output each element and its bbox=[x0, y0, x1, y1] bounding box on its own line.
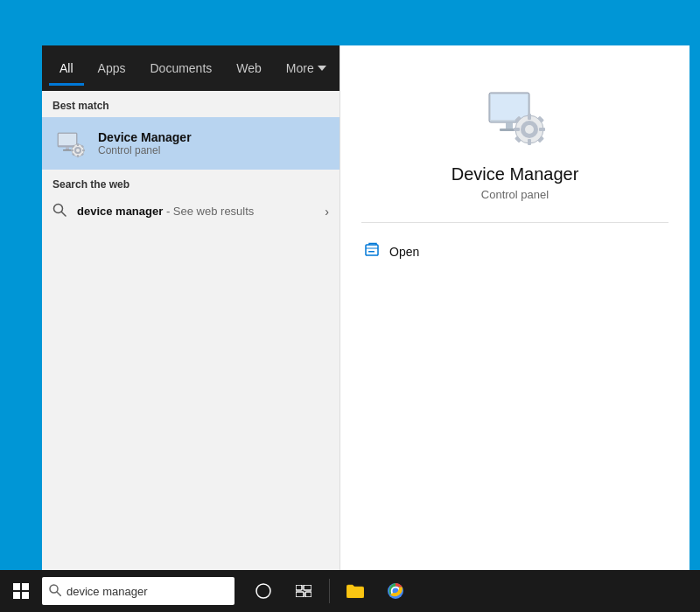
svg-rect-27 bbox=[514, 128, 520, 131]
detail-divider bbox=[361, 222, 668, 223]
svg-rect-33 bbox=[366, 245, 378, 255]
detail-subtitle: Control panel bbox=[361, 188, 668, 201]
result-subtitle: Control panel bbox=[98, 144, 192, 156]
best-match-label: Best match bbox=[42, 91, 340, 117]
device-manager-result[interactable]: Device Manager Control panel bbox=[42, 117, 340, 170]
web-search-result[interactable]: device manager - See web results › bbox=[42, 196, 340, 226]
svg-rect-28 bbox=[539, 128, 545, 131]
web-result-text: device manager - See web results bbox=[77, 205, 314, 218]
taskbar bbox=[0, 570, 700, 612]
device-manager-large-icon bbox=[480, 80, 550, 150]
detail-icon-area bbox=[361, 80, 668, 150]
svg-rect-19 bbox=[491, 94, 528, 120]
svg-line-36 bbox=[57, 592, 61, 596]
chrome-button[interactable] bbox=[377, 570, 414, 612]
svg-rect-3 bbox=[66, 147, 69, 150]
file-explorer-button[interactable] bbox=[337, 570, 374, 612]
web-result-arrow: › bbox=[325, 205, 329, 219]
svg-rect-2 bbox=[59, 134, 76, 145]
svg-rect-11 bbox=[82, 150, 85, 151]
svg-rect-10 bbox=[71, 150, 74, 151]
svg-point-7 bbox=[76, 149, 80, 152]
device-manager-small-icon bbox=[52, 126, 88, 161]
tab-apps[interactable]: Apps bbox=[88, 54, 136, 82]
search-icon bbox=[52, 203, 66, 219]
svg-rect-39 bbox=[304, 585, 312, 590]
svg-rect-25 bbox=[528, 114, 531, 120]
taskbar-search-icon bbox=[49, 584, 61, 599]
taskbar-actions bbox=[245, 570, 414, 612]
detail-title: Device Manager bbox=[361, 164, 668, 184]
open-label: Open bbox=[389, 245, 419, 259]
web-section-label: Search the web bbox=[42, 170, 340, 196]
open-action[interactable]: Open bbox=[361, 237, 668, 267]
svg-rect-20 bbox=[506, 122, 513, 129]
taskbar-search-box[interactable] bbox=[42, 577, 234, 605]
chevron-down-icon bbox=[318, 64, 326, 73]
svg-rect-4 bbox=[63, 150, 72, 151]
windows-logo-icon bbox=[13, 583, 29, 599]
svg-rect-34 bbox=[368, 251, 374, 253]
search-panel: All Apps Documents Web More bbox=[42, 45, 690, 570]
svg-rect-41 bbox=[305, 592, 312, 597]
taskbar-divider bbox=[329, 579, 330, 603]
desktop: All Apps Documents Web More bbox=[0, 0, 700, 612]
result-title: Device Manager bbox=[98, 130, 192, 144]
tab-documents[interactable]: Documents bbox=[139, 54, 222, 82]
svg-point-24 bbox=[525, 125, 534, 134]
tab-web[interactable]: Web bbox=[226, 54, 272, 82]
start-button[interactable] bbox=[0, 570, 42, 612]
task-switcher-button[interactable] bbox=[285, 570, 322, 612]
svg-rect-26 bbox=[528, 139, 531, 145]
svg-rect-38 bbox=[296, 585, 302, 590]
nav-tabs: All Apps Documents Web More bbox=[42, 45, 340, 91]
task-view-button[interactable] bbox=[245, 570, 282, 612]
svg-point-37 bbox=[256, 584, 270, 598]
tab-more[interactable]: More bbox=[276, 54, 337, 82]
device-manager-result-text: Device Manager Control panel bbox=[98, 130, 192, 156]
open-icon bbox=[365, 242, 381, 261]
left-panel: All Apps Documents Web More bbox=[42, 45, 340, 570]
right-panel: Device Manager Control panel Open bbox=[340, 45, 690, 570]
search-input[interactable] bbox=[66, 585, 228, 598]
svg-rect-9 bbox=[77, 155, 79, 157]
svg-rect-8 bbox=[77, 143, 79, 146]
svg-rect-40 bbox=[296, 592, 304, 597]
tab-all[interactable]: All bbox=[49, 54, 84, 82]
svg-line-17 bbox=[62, 212, 66, 217]
